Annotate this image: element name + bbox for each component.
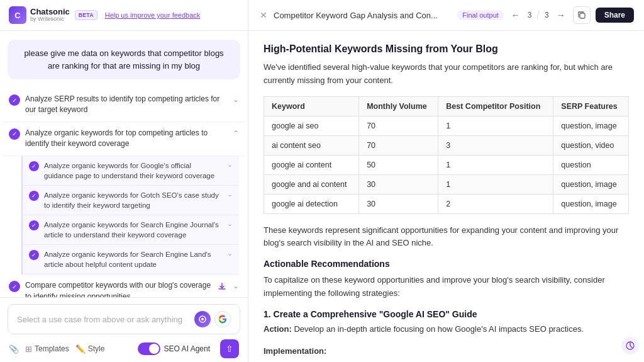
chatsonic-icon[interactable] [194, 311, 211, 327]
subtask-item[interactable]: ✓ Analyze organic keywords for Google's … [23, 156, 239, 186]
user-message-bubble: please give me data on keywords that com… [8, 40, 240, 79]
table-cell: 70 [359, 135, 438, 155]
table-cell: 3 [438, 135, 553, 155]
google-icon[interactable] [214, 311, 231, 327]
style-button[interactable]: ✏️ Style [75, 344, 105, 354]
task-item[interactable]: ✓ Analyze organic keywords for top compe… [3, 122, 245, 156]
section-para-2: These keywords represent significant opp… [264, 224, 629, 251]
table-row: google ai content501question [264, 155, 629, 174]
nav-total: 3 [545, 11, 549, 20]
subtask-check-icon: ✓ [29, 220, 39, 230]
send-button[interactable]: ⇧ [220, 339, 239, 358]
task-item[interactable]: ✓ Analyze SERP results to identify top c… [3, 88, 245, 122]
logo-area: C Chatsonic by Writesonic [9, 6, 70, 24]
table-cell: ai content seo [264, 135, 359, 155]
app-name: Chatsonic [30, 8, 70, 16]
nav-back-button[interactable]: ← [509, 9, 523, 21]
table-cell: 1 [438, 155, 553, 174]
input-area: Select a use case from above or ask anyt… [0, 297, 248, 362]
right-header: ✕ Competitor Keyword Gap Analysis and Co… [248, 0, 644, 31]
subtask-check-icon: ✓ [29, 250, 39, 260]
impl-label: Implementation: [264, 346, 326, 356]
table-cell: question, video [553, 135, 629, 155]
table-cell: 50 [359, 155, 438, 174]
chat-input-box[interactable]: Select a use case from above or ask anyt… [8, 304, 240, 334]
grid-icon: ⊞ [25, 344, 32, 354]
table-cell: question, image [553, 194, 629, 213]
final-output-badge: Final output [457, 10, 503, 20]
subtask-item[interactable]: ✓ Analyze organic keywords for Search En… [23, 215, 239, 245]
task-text: Analyze SERP results to identify top com… [25, 94, 228, 116]
templates-label: Templates [35, 344, 69, 353]
toolbar-row: 📎 ⊞ Templates ✏️ Style SEO AI Agent ⇧ [8, 339, 240, 358]
seo-agent-toggle[interactable] [138, 342, 160, 355]
table-cell: question [553, 155, 629, 174]
rec-action: Action: Develop an in-depth article focu… [264, 323, 629, 336]
nav-separator: / [537, 9, 540, 21]
chevron-down-icon: ⌄ [227, 190, 233, 198]
task-check-icon: ✓ [9, 94, 20, 106]
table-header-position: Best Competitor Position [438, 96, 553, 116]
subtask-item[interactable]: ✓ Analyze organic keywords for Gotch SEO… [23, 186, 239, 215]
chevron-down-icon: ⌄ [227, 161, 233, 169]
chevron-up-icon: ⌃ [233, 129, 239, 138]
table-row: google ai seo701question, image [264, 116, 629, 135]
task-list: ✓ Analyze SERP results to identify top c… [0, 88, 248, 297]
subtask-item[interactable]: ✓ Analyze organic keywords for Search En… [23, 245, 239, 274]
table-cell: google ai detection [264, 194, 359, 213]
section-heading-1: High-Potential Keywords Missing from You… [264, 43, 629, 55]
table-row: google and ai content301question, image [264, 174, 629, 194]
svg-rect-2 [580, 13, 585, 18]
task-text: Analyze organic keywords for top competi… [25, 128, 228, 150]
chevron-down-icon: ⌄ [227, 249, 233, 257]
attachment-button[interactable]: 📎 [9, 344, 19, 354]
keyword-table: Keyword Monthly Volume Best Competitor P… [264, 96, 629, 214]
style-label: Style [88, 344, 105, 353]
templates-button[interactable]: ⊞ Templates [25, 344, 69, 354]
task-item[interactable]: ✓ Compare competitor keywords with our b… [3, 274, 245, 297]
action-text: Develop an in-depth article focusing on … [294, 324, 584, 334]
app-sub: by Writesonic [30, 16, 70, 23]
copy-button[interactable] [573, 6, 591, 24]
section-para-3: To capitalize on these keyword opportuni… [264, 274, 629, 300]
nav-forward-button[interactable]: → [554, 9, 568, 21]
table-cell: 1 [438, 174, 553, 194]
section-heading-2: Actionable Recommendations [264, 259, 629, 269]
app-logo-icon: C [9, 6, 26, 24]
close-tab-button[interactable]: ✕ [258, 9, 269, 21]
chevron-down-icon: ⌄ [227, 220, 233, 228]
subtask-list: ✓ Analyze organic keywords for Google's … [21, 156, 239, 275]
table-cell: 2 [438, 194, 553, 213]
table-header-volume: Monthly Volume [359, 96, 438, 116]
svg-point-1 [201, 318, 204, 320]
table-row: google ai detection302question, image [264, 194, 629, 213]
app-header: C Chatsonic by Writesonic BETA Help us i… [0, 0, 248, 31]
seo-agent-label: SEO AI Agent [164, 344, 210, 353]
table-cell: google ai content [264, 155, 359, 174]
paperclip-icon: 📎 [9, 344, 19, 354]
right-panel: ✕ Competitor Keyword Gap Analysis and Co… [248, 0, 644, 362]
helper-button[interactable] [621, 337, 639, 354]
subtask-text: Analyze organic keywords for Google's of… [44, 161, 222, 181]
subtask-text: Analyze organic keywords for Search Engi… [44, 249, 222, 269]
share-button[interactable]: Share [596, 8, 634, 23]
rec-impl-label: Implementation: [264, 345, 629, 358]
download-icon [216, 281, 228, 292]
subtask-text: Analyze organic keywords for Search Engi… [44, 220, 222, 240]
beta-badge: BETA [75, 10, 97, 20]
table-header-serp: SERP Features [553, 96, 629, 116]
input-placeholder: Select a use case from above or ask anyt… [17, 315, 182, 324]
input-icon-group [194, 311, 231, 327]
logo-text: Chatsonic by Writesonic [30, 8, 70, 23]
task-check-icon: ✓ [9, 128, 20, 140]
table-header-keyword: Keyword [264, 96, 359, 116]
task-text: Compare competitor keywords with our blo… [25, 280, 211, 297]
section-para-1: We've identified several high-value keyw… [264, 61, 629, 88]
subtask-text: Analyze organic keywords for Gotch SEO's… [44, 190, 222, 210]
table-cell: google ai seo [264, 116, 359, 135]
feedback-link[interactable]: Help us improve your feedback [105, 11, 201, 19]
rec-title-1: 1. Create a Comprehensive "Google AI SEO… [264, 309, 629, 319]
table-cell: 1 [438, 116, 553, 135]
chevron-down-icon: ⌄ [233, 281, 239, 290]
toggle-dot [149, 344, 159, 354]
